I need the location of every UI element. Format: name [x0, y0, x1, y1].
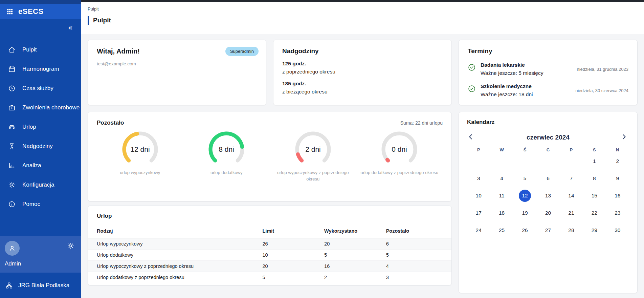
calendar-next-button[interactable]: [620, 133, 629, 142]
sidebar-item-harmonogram[interactable]: Harmonogram: [0, 59, 81, 79]
vacation-gauge: 12 dni urlop wypoczynkowy: [97, 129, 183, 183]
sidebar-item-label: Konfiguracja: [22, 182, 54, 188]
page-header: Pulpit Pulpit: [81, 2, 644, 34]
table-row: Urlop wypoczynkowy26206: [88, 238, 451, 250]
calendar-day[interactable]: 26: [519, 224, 531, 236]
vacation-table-card: Urlop RodzajLimitWykorzystanoPozostało U…: [88, 206, 452, 285]
calendar-empty-cell: [536, 152, 559, 170]
calendar-cell: 13: [536, 187, 559, 204]
calendar-empty-cell: [467, 152, 490, 170]
home-icon: [8, 46, 16, 54]
sidebar-item-urlop[interactable]: Urlop: [0, 117, 81, 136]
calendar-weekday: S: [583, 147, 606, 152]
table-cell: 20: [263, 261, 325, 272]
calendar-day[interactable]: 4: [496, 172, 508, 185]
calendar-day[interactable]: 20: [542, 207, 554, 219]
calendar-day[interactable]: 17: [472, 207, 485, 219]
overtime-hours: 125 godz.: [282, 61, 443, 67]
sidebar-item-konfiguracja[interactable]: Konfiguracja: [0, 175, 81, 194]
user-panel[interactable]: Admin: [0, 236, 81, 273]
calendar-cell: 22: [583, 204, 606, 221]
calendar-day[interactable]: 30: [612, 224, 624, 236]
calendar-day[interactable]: 28: [565, 224, 577, 236]
gauge-label: urlop dodatkowy z poprzedniego okresu: [360, 170, 438, 176]
table-header-cell: Rodzaj: [88, 225, 263, 238]
table-row: Urlop dodatkowy z poprzedniego okresu523: [88, 272, 451, 283]
hierarchy-icon: [5, 282, 13, 289]
calendar-day[interactable]: 15: [588, 190, 600, 202]
calendar-day[interactable]: 19: [519, 207, 531, 219]
calendar-day[interactable]: 22: [588, 207, 600, 219]
medkit-icon: [8, 104, 16, 111]
table-cell: Urlop dodatkowy z poprzedniego okresu: [88, 272, 263, 283]
user-settings-button[interactable]: [67, 242, 74, 250]
calendar-day[interactable]: 23: [612, 207, 624, 219]
calendar-cell: 10: [467, 187, 490, 204]
calendar-day-selected[interactable]: 12: [519, 190, 531, 202]
calendar-day[interactable]: 25: [496, 224, 508, 236]
sidebar-item-czas-s-u-by[interactable]: Czas służby: [0, 79, 81, 98]
vacation-gauge: 8 dni urlop dodatkowy: [183, 129, 270, 183]
table-header-cell: Limit: [263, 225, 325, 238]
gauge-arc: 2 dni: [291, 129, 335, 168]
sidebar-item-nadgodziny[interactable]: Nadgodziny: [0, 136, 81, 156]
calendar-empty-cell: [490, 152, 513, 170]
calendar-day[interactable]: 7: [565, 172, 577, 185]
calendar-day[interactable]: 13: [542, 190, 554, 202]
table-cell: 26: [263, 238, 325, 250]
calendar-day[interactable]: 10: [472, 190, 485, 202]
calendar-prev-button[interactable]: [467, 133, 476, 142]
main: Pulpit Pulpit Witaj, Admin! Superadmin t…: [81, 0, 644, 298]
breadcrumb[interactable]: Pulpit: [88, 6, 644, 12]
calendar-day[interactable]: 21: [565, 207, 577, 219]
unit-label: JRG Biała Podlaska: [18, 282, 69, 289]
sidebar-item-pomoc[interactable]: Pomoc: [0, 194, 81, 214]
vacation-gauge: 0 dni urlop dodatkowy z poprzedniego okr…: [356, 129, 443, 183]
user-name: Admin: [5, 260, 76, 267]
sidebar-item-label: Pomoc: [22, 201, 40, 208]
vacation-sum: Suma: 22 dni urlopu: [400, 120, 443, 126]
calendar-day[interactable]: 1: [588, 155, 600, 167]
gear-icon: [67, 242, 74, 250]
grid-icon: [6, 8, 14, 15]
sidebar-item-pulpit[interactable]: Pulpit: [0, 40, 81, 59]
sidebar-item-unit[interactable]: JRG Biała Podlaska: [0, 273, 81, 298]
calendar-day[interactable]: 14: [565, 190, 577, 202]
calendar-day[interactable]: 27: [542, 224, 554, 236]
table-header-cell: Wykorzystano: [324, 225, 386, 238]
calendar-title: Kalendarz: [467, 119, 629, 126]
calendar-weekday: P: [560, 147, 583, 152]
calendar-cell: 15: [583, 187, 606, 204]
calendar-day[interactable]: 5: [519, 172, 531, 185]
table-cell: 20: [324, 238, 386, 250]
car-icon: [8, 123, 16, 131]
app-logo[interactable]: eSECS: [0, 4, 81, 19]
sidebar-item-label: Harmonogram: [22, 66, 59, 72]
vacation-title: Urlop: [88, 213, 451, 219]
calendar-day[interactable]: 29: [588, 224, 600, 236]
calendar-day[interactable]: 2: [612, 155, 624, 167]
calendar-weekday: P: [467, 147, 490, 152]
collapse-sidebar-button[interactable]: «: [68, 24, 72, 31]
calendar-cell: 14: [560, 187, 583, 204]
calendar-cell: 1: [583, 152, 606, 170]
sidebar-item-zwolnienia-chorobowe[interactable]: Zwolnienia chorobowe: [0, 98, 81, 117]
sidebar: eSECS « PulpitHarmonogramCzas służbyZwol…: [0, 0, 81, 298]
calendar-day[interactable]: 8: [588, 172, 600, 185]
calendar-day[interactable]: 16: [612, 190, 624, 202]
calendar-cell: 30: [606, 221, 629, 239]
calendar-month: czerwiec 2024: [476, 134, 620, 141]
page-title: Pulpit: [93, 17, 111, 24]
calendar-day[interactable]: 11: [496, 190, 508, 202]
deadline-validity: Ważne jeszcze: 18 dni: [481, 91, 571, 98]
gauge-arc: 0 dni: [377, 129, 421, 168]
table-cell: 10: [263, 250, 325, 261]
calendar-day[interactable]: 6: [542, 172, 554, 185]
calendar-day[interactable]: 18: [496, 207, 508, 219]
table-cell: 5: [386, 250, 451, 261]
calendar-day[interactable]: 3: [472, 172, 485, 185]
calendar-day[interactable]: 24: [472, 224, 485, 236]
calendar-day[interactable]: 9: [612, 172, 624, 185]
calendar-weekday: N: [606, 147, 629, 152]
sidebar-item-analiza[interactable]: Analiza: [0, 156, 81, 175]
